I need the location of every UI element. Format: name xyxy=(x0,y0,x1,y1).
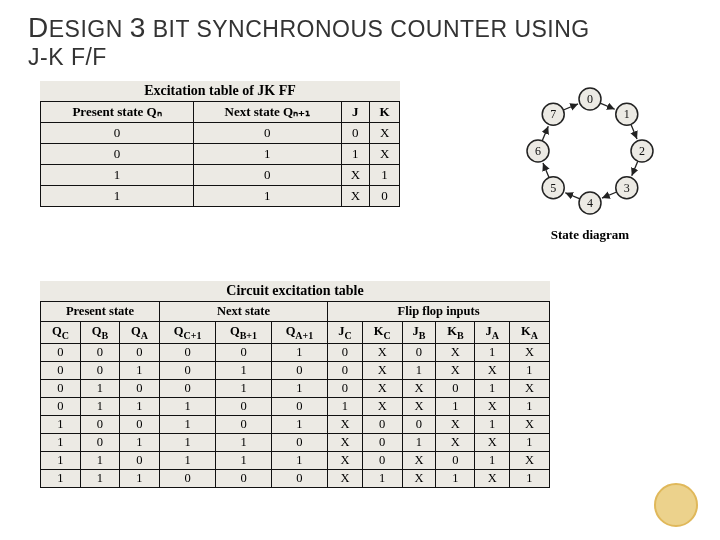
circuit-subhdr-cell: JC xyxy=(328,322,363,344)
state-diagram-caption: State diagram xyxy=(490,227,690,243)
excite-cell: 0 xyxy=(41,144,194,165)
circuit-cell: 0 xyxy=(328,379,363,397)
circuit-cell: 0 xyxy=(216,415,272,433)
circuit-table: Present state Next state Flip flop input… xyxy=(40,301,550,488)
circuit-cell: X xyxy=(475,361,510,379)
excite-cell: 0 xyxy=(370,186,400,207)
circuit-cell: 1 xyxy=(41,469,81,487)
circuit-subhdr-cell: KA xyxy=(509,322,549,344)
circuit-cell: 1 xyxy=(475,415,510,433)
circuit-cell: 0 xyxy=(41,379,81,397)
excite-cell: 1 xyxy=(370,165,400,186)
excite-h0: Present state Qₙ xyxy=(41,102,194,123)
excite-cell: X xyxy=(341,165,370,186)
excitation-header-row: Present state Qₙ Next state Qₙ₊₁ J K xyxy=(41,102,400,123)
circuit-cell: X xyxy=(509,343,549,361)
circuit-subhdr-cell: QB xyxy=(80,322,119,344)
circuit-cell: 1 xyxy=(271,451,327,469)
excite-cell: X xyxy=(370,123,400,144)
circuit-cell: 0 xyxy=(216,397,272,415)
excite-cell: 1 xyxy=(194,186,341,207)
circuit-cell: X xyxy=(402,451,436,469)
excite-cell: 1 xyxy=(41,165,194,186)
state-edge xyxy=(632,161,638,176)
circuit-subhdr-cell: JA xyxy=(475,322,510,344)
state-edge xyxy=(631,124,637,139)
circuit-cell: 1 xyxy=(402,361,436,379)
state-edge xyxy=(543,163,549,178)
circuit-subhdr-cell: QB+1 xyxy=(216,322,272,344)
circuit-cell: 1 xyxy=(119,433,159,451)
circuit-cell: 1 xyxy=(271,415,327,433)
circuit-cell: 1 xyxy=(436,397,475,415)
circuit-cell: 1 xyxy=(216,451,272,469)
circuit-cell: X xyxy=(362,361,402,379)
excite-cell: 1 xyxy=(341,144,370,165)
state-edge xyxy=(602,192,617,198)
circuit-subhdr-cell: QA xyxy=(119,322,159,344)
excite-row: 10X1 xyxy=(41,165,400,186)
circuit-cell: 0 xyxy=(80,415,119,433)
excite-cell: 0 xyxy=(194,165,341,186)
circuit-cell: X xyxy=(475,433,510,451)
title-rest: BIT SYNCHRONOUS COUNTER USING xyxy=(146,16,590,42)
gh-present: Present state xyxy=(41,302,160,322)
state-node-label: 2 xyxy=(639,144,645,158)
circuit-cell: 0 xyxy=(216,469,272,487)
title-esign: ESIGN xyxy=(49,16,130,42)
excite-row: 000X xyxy=(41,123,400,144)
circuit-cell: 1 xyxy=(119,361,159,379)
circuit-cell: 1 xyxy=(159,397,215,415)
circuit-cell: 0 xyxy=(362,415,402,433)
circuit-cell: 0 xyxy=(159,379,215,397)
circuit-row: 111000X1X1X1 xyxy=(41,469,550,487)
circuit-cell: 0 xyxy=(271,469,327,487)
circuit-cell: 1 xyxy=(509,397,549,415)
circuit-cell: 1 xyxy=(159,433,215,451)
title-d: D xyxy=(28,12,49,43)
excitation-table: Present state Qₙ Next state Qₙ₊₁ J K 000… xyxy=(40,101,400,207)
circuit-cell: 1 xyxy=(328,397,363,415)
circuit-cell: 1 xyxy=(216,361,272,379)
circuit-cell: 1 xyxy=(436,469,475,487)
circuit-cell: X xyxy=(436,361,475,379)
circuit-cell: 0 xyxy=(328,361,363,379)
excite-cell: X xyxy=(370,144,400,165)
circuit-cell: 0 xyxy=(80,361,119,379)
state-node-label: 5 xyxy=(550,181,556,195)
circuit-cell: 1 xyxy=(41,415,81,433)
circuit-cell: 0 xyxy=(159,469,215,487)
circuit-cell: 0 xyxy=(271,397,327,415)
circuit-cell: X xyxy=(362,397,402,415)
excite-h1: Next state Qₙ₊₁ xyxy=(194,102,341,123)
circuit-excitation-block: Circuit excitation table Present state N… xyxy=(40,281,550,488)
circuit-cell: X xyxy=(475,397,510,415)
circuit-cell: 0 xyxy=(436,451,475,469)
circuit-cell: 1 xyxy=(159,415,215,433)
circuit-cell: 1 xyxy=(475,343,510,361)
circuit-cell: 1 xyxy=(509,469,549,487)
circuit-cell: 0 xyxy=(159,343,215,361)
content-area: Excitation table of JK FF Present state … xyxy=(0,77,720,540)
state-node-label: 1 xyxy=(624,107,630,121)
circuit-cell: 1 xyxy=(80,469,119,487)
state-edge xyxy=(563,104,578,110)
state-node-label: 3 xyxy=(624,181,630,195)
circuit-cell: 1 xyxy=(271,379,327,397)
excite-cell: 1 xyxy=(41,186,194,207)
gh-next: Next state xyxy=(159,302,327,322)
slide-title: DESIGN 3 BIT SYNCHRONOUS COUNTER USING J… xyxy=(0,8,720,77)
circuit-cell: 0 xyxy=(271,361,327,379)
circuit-cell: 0 xyxy=(80,433,119,451)
circuit-cell: 0 xyxy=(119,379,159,397)
circuit-title: Circuit excitation table xyxy=(40,281,550,301)
circuit-cell: 0 xyxy=(41,397,81,415)
circuit-row: 0000010X0X1X xyxy=(41,343,550,361)
circuit-cell: X xyxy=(402,469,436,487)
circuit-cell: X xyxy=(509,379,549,397)
excite-cell: 1 xyxy=(194,144,341,165)
excite-row: 011X xyxy=(41,144,400,165)
circuit-cell: X xyxy=(402,397,436,415)
circuit-cell: 1 xyxy=(509,361,549,379)
circuit-subhdr-cell: JB xyxy=(402,322,436,344)
